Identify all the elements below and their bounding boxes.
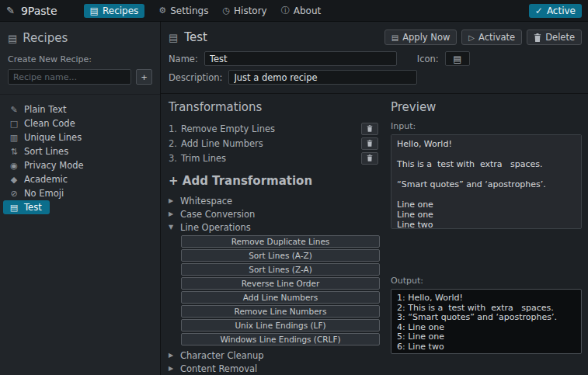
transformation-number: 1. bbox=[169, 123, 181, 134]
preview-output-box: 1: Hello, World! 2: This is a test with … bbox=[391, 289, 582, 354]
option-sort-lines-za[interactable]: Sort Lines (Z-A) bbox=[181, 263, 380, 276]
option-sort-lines-az[interactable]: Sort Lines (A-Z) bbox=[181, 249, 380, 262]
remove-transformation-button[interactable] bbox=[361, 152, 378, 165]
icon-field[interactable] bbox=[445, 51, 470, 66]
recipe-name-input[interactable] bbox=[8, 69, 131, 85]
option-unix-line-endings[interactable]: Unix Line Endings (LF) bbox=[181, 319, 380, 332]
recipe-list: ✎ Plain Text □ Clean Code ▥ Unique Lines… bbox=[0, 95, 160, 214]
remove-transformation-button[interactable] bbox=[361, 123, 378, 135]
code-icon: □ bbox=[9, 119, 19, 129]
line-operations-options: Remove Duplicate Lines Sort Lines (A-Z) … bbox=[169, 234, 380, 349]
category-label: Case Conversion bbox=[180, 209, 255, 220]
recipe-item-academic[interactable]: ◆ Academic bbox=[3, 172, 157, 186]
nav-tab-settings[interactable]: ⚙ Settings bbox=[158, 5, 208, 16]
nav-tab-history[interactable]: ◷ History bbox=[222, 5, 266, 16]
pencil-logo-icon: ✎ bbox=[6, 5, 15, 16]
description-label: Description: bbox=[169, 72, 222, 83]
option-reverse-line-order[interactable]: Reverse Line Order bbox=[181, 277, 380, 290]
name-label: Name: bbox=[169, 54, 198, 64]
chevron-down-icon: ▼ bbox=[169, 224, 175, 231]
activate-label: Activate bbox=[478, 32, 515, 43]
recipe-item-sort-lines[interactable]: ⇅ Sort Lines bbox=[3, 144, 157, 158]
recipes-icon: ▤ bbox=[90, 5, 99, 16]
recipe-title: Test bbox=[184, 30, 207, 44]
nav-tab-history-label: History bbox=[234, 5, 267, 16]
clipboard-icon: ▤ bbox=[8, 33, 17, 44]
option-remove-duplicate-lines[interactable]: Remove Duplicate Lines bbox=[181, 235, 380, 248]
recipe-item-no-emoji[interactable]: ⊘ No Emoji bbox=[3, 186, 157, 200]
transformation-label: Trim Lines bbox=[181, 153, 226, 164]
name-field[interactable] bbox=[204, 51, 397, 66]
recipe-item-label: Clean Code bbox=[24, 118, 75, 129]
detail-title-wrap: ▤ Test bbox=[169, 30, 207, 44]
chevron-right-icon: ▶ bbox=[169, 352, 175, 359]
recipe-item-label: No Emoji bbox=[24, 188, 64, 199]
recipe-item-plain-text[interactable]: ✎ Plain Text bbox=[3, 102, 157, 116]
preview-input-textarea[interactable]: Hello, World! This is a test with extra … bbox=[391, 134, 582, 229]
chevron-right-icon: ▶ bbox=[169, 365, 175, 372]
pencil-icon: ✎ bbox=[9, 105, 19, 115]
trash-icon bbox=[534, 33, 541, 42]
add-transformation-title: + Add Transformation bbox=[169, 174, 380, 188]
gear-icon: ⚙ bbox=[158, 5, 166, 16]
recipe-item-clean-code[interactable]: □ Clean Code bbox=[3, 116, 157, 130]
no-emoji-icon: ⊘ bbox=[9, 189, 19, 199]
description-row: Description: bbox=[169, 70, 582, 85]
category-label: Content Removal bbox=[180, 363, 257, 374]
detail-header: ▤ Test ▤ Apply Now ▷ Activate Delete bbox=[169, 28, 582, 47]
category-label: Whitespace bbox=[180, 196, 232, 207]
remove-transformation-button[interactable] bbox=[361, 137, 378, 150]
create-recipe-label: Create New Recipe: bbox=[0, 51, 160, 68]
transformation-row: 2. Add Line Numbers bbox=[169, 136, 380, 151]
option-remove-line-numbers[interactable]: Remove Line Numbers bbox=[181, 305, 380, 318]
recipe-item-unique-lines[interactable]: ▥ Unique Lines bbox=[3, 130, 157, 144]
add-recipe-button[interactable]: + bbox=[136, 69, 152, 85]
nav-tab-recipes[interactable]: ▤ Recipes bbox=[84, 4, 145, 18]
detail-actions: ▤ Apply Now ▷ Activate Delete bbox=[384, 30, 582, 45]
top-bar: ✎ 9Paste ▤ Recipes ⚙ Settings ◷ History … bbox=[0, 0, 588, 22]
category-content-removal[interactable]: ▶ Content Removal bbox=[169, 362, 380, 375]
category-label: Character Cleanup bbox=[180, 350, 264, 361]
nav-tab-about[interactable]: ⓘ About bbox=[281, 5, 321, 16]
active-status-badge[interactable]: ✓ Active bbox=[529, 4, 582, 18]
description-field[interactable] bbox=[228, 70, 417, 85]
recipes-sidebar: ▤ Recipes Create New Recipe: + ✎ Plain T… bbox=[0, 22, 161, 375]
delete-label: Delete bbox=[545, 32, 575, 43]
preview-title: Preview bbox=[391, 100, 582, 114]
option-add-line-numbers[interactable]: Add Line Numbers bbox=[181, 291, 380, 304]
recipe-item-test[interactable]: ▤ Test bbox=[3, 200, 50, 214]
category-whitespace[interactable]: ▶ Whitespace bbox=[169, 194, 380, 207]
chevron-right-icon: ▶ bbox=[169, 197, 175, 204]
transformation-row: 3. Trim Lines bbox=[169, 151, 380, 165]
delete-button[interactable]: Delete bbox=[527, 30, 582, 45]
name-row: Name: Icon: bbox=[169, 51, 582, 66]
category-case-conversion[interactable]: ▶ Case Conversion bbox=[169, 207, 380, 220]
recipe-item-label: Sort Lines bbox=[24, 146, 68, 157]
trash-icon bbox=[367, 125, 373, 132]
category-character-cleanup[interactable]: ▶ Character Cleanup bbox=[169, 349, 380, 362]
icon-label: Icon: bbox=[417, 54, 439, 64]
category-line-operations[interactable]: ▼ Line Operations bbox=[169, 220, 380, 234]
transformation-row: 1. Remove Empty Lines bbox=[169, 121, 380, 136]
chevron-right-icon: ▶ bbox=[169, 210, 175, 217]
option-windows-line-endings[interactable]: Windows Line Endings (CRLF) bbox=[181, 333, 380, 345]
clock-icon: ◷ bbox=[222, 5, 230, 16]
preview-panel: Preview Input: Hello, World! This is a t… bbox=[380, 99, 582, 375]
nav-tab-settings-label: Settings bbox=[170, 5, 208, 16]
sidebar-header: ▤ Recipes bbox=[0, 28, 160, 51]
transformation-number: 3. bbox=[169, 153, 181, 164]
trash-icon bbox=[367, 140, 373, 147]
recipe-item-label: Unique Lines bbox=[24, 132, 82, 143]
apply-now-label: Apply Now bbox=[402, 32, 450, 43]
recipe-item-label: Privacy Mode bbox=[24, 160, 84, 171]
recipe-item-label: Plain Text bbox=[24, 104, 67, 115]
apply-now-button[interactable]: ▤ Apply Now bbox=[384, 30, 458, 45]
clipboard-icon: ▤ bbox=[9, 203, 19, 213]
active-status-label: Active bbox=[547, 5, 576, 16]
clipboard-icon: ▤ bbox=[391, 33, 398, 42]
recipe-item-privacy-mode[interactable]: ◉ Privacy Mode bbox=[3, 158, 157, 172]
clipboard-icon: ▤ bbox=[169, 32, 178, 43]
info-icon: ⓘ bbox=[281, 5, 290, 16]
activate-button[interactable]: ▷ Activate bbox=[461, 30, 522, 45]
recipe-detail-panel: ▤ Test ▤ Apply Now ▷ Activate Delete bbox=[161, 22, 588, 375]
